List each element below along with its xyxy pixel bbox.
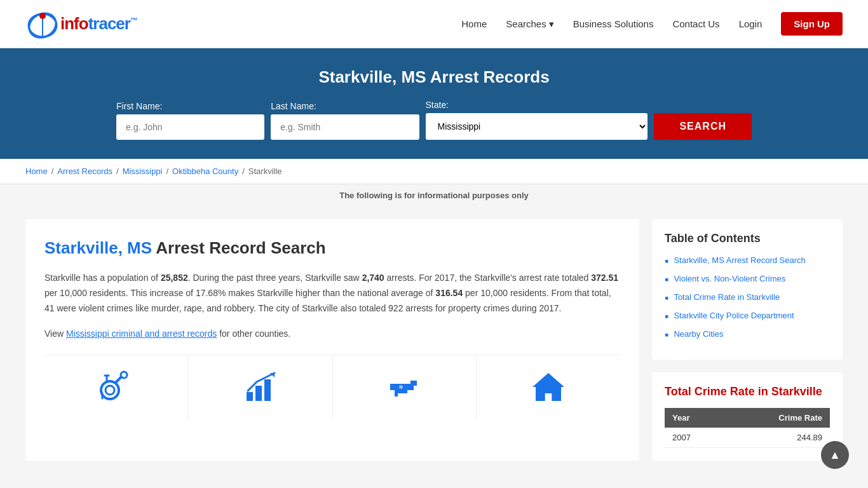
toc-link-3[interactable]: Starkville City Police Department <box>674 310 794 322</box>
chart-icon-cell <box>189 355 333 419</box>
state-label: State: <box>426 100 648 110</box>
search-button[interactable]: SEARCH <box>654 113 752 140</box>
last-name-input[interactable] <box>271 114 419 140</box>
house-icon <box>529 368 567 406</box>
svg-point-4 <box>101 381 119 399</box>
toc-bullet-1: ▪ <box>665 274 668 285</box>
hero-section: Starkville, MS Arrest Records First Name… <box>0 48 868 159</box>
first-name-input[interactable] <box>116 114 264 140</box>
svg-point-5 <box>105 386 114 395</box>
nav-contact-us[interactable]: Contact Us <box>672 18 719 29</box>
body-part4: per 10,000 residents. This increase of 1… <box>44 288 435 298</box>
nav-home[interactable]: Home <box>461 18 487 29</box>
icons-row <box>44 355 620 419</box>
table-row: 2007 244.89 <box>665 428 830 448</box>
svg-rect-11 <box>247 392 253 401</box>
nav-searches[interactable]: Searches ▾ <box>506 18 553 30</box>
toc-link-1[interactable]: Violent vs. Non-Violent Crimes <box>674 273 785 285</box>
house-icon-cell <box>477 355 620 419</box>
toc-item-4: ▪ Nearby Cities <box>665 329 830 341</box>
view-text1: View <box>44 329 66 339</box>
hero-title: Starkville, MS Arrest Records <box>25 67 843 87</box>
breadcrumb-sep3: / <box>166 166 168 176</box>
logo[interactable]: infotracer™ <box>25 6 137 41</box>
site-header: infotracer™ Home Searches ▾ Business Sol… <box>0 0 868 48</box>
disclaimer-bar: The following is for informational purpo… <box>0 184 868 207</box>
svg-point-15 <box>399 385 403 389</box>
col-rate: Crime Rate <box>725 408 830 428</box>
toc-link-0[interactable]: Starkville, MS Arrest Record Search <box>674 255 805 266</box>
col-year: Year <box>665 408 725 428</box>
gun-icon-cell <box>333 355 477 419</box>
search-form: First Name: Last Name: State: Mississipp… <box>116 100 752 140</box>
breadcrumb-sep2: / <box>116 166 119 176</box>
body-part1: Starkville has a population of <box>44 273 161 283</box>
nav-login[interactable]: Login <box>739 18 763 29</box>
crime-rate-table: Year Crime Rate 2007 244.89 <box>665 408 830 448</box>
toc-bullet-3: ▪ <box>665 311 668 322</box>
svg-point-7 <box>121 372 127 378</box>
content-left: Starkville, MS Arrest Record Search Star… <box>25 219 639 461</box>
rate-2007: 244.89 <box>725 428 830 448</box>
toc-link-4[interactable]: Nearby Cities <box>674 329 723 340</box>
svg-rect-12 <box>255 386 262 401</box>
logo-icon <box>25 6 60 41</box>
breadcrumb-arrest-records[interactable]: Arrest Records <box>57 166 112 176</box>
toc-bullet-2: ▪ <box>665 292 668 304</box>
state-group: State: Mississippi Alabama Alaska Arizon… <box>426 100 648 140</box>
population: 25,852 <box>161 273 188 283</box>
crime-rate-title: Total Crime Rate in Starkville <box>665 385 830 398</box>
breadcrumb-starkville: Starkville <box>248 166 282 176</box>
arrests: 2,740 <box>362 273 384 283</box>
breadcrumb-sep1: / <box>51 166 54 176</box>
toc-item-3: ▪ Starkville City Police Department <box>665 310 830 322</box>
view-records: View Mississippi criminal and arrest rec… <box>44 329 620 339</box>
chevron-down-icon: ▾ <box>549 18 554 30</box>
breadcrumb-oktibbeha[interactable]: Oktibbeha County <box>172 166 238 176</box>
toc-link-2[interactable]: Total Crime Rate in Starkville <box>674 292 780 303</box>
svg-rect-17 <box>545 393 552 401</box>
article-title: Starkville, MS Arrest Record Search <box>44 238 620 258</box>
last-name-group: Last Name: <box>271 101 419 140</box>
breadcrumb-home[interactable]: Home <box>25 166 48 176</box>
last-name-label: Last Name: <box>271 101 419 111</box>
toc-title: Table of Contents <box>665 232 830 245</box>
nav-signup[interactable]: Sign Up <box>781 12 843 36</box>
nav-business-solutions[interactable]: Business Solutions <box>573 18 654 29</box>
main-nav: Home Searches ▾ Business Solutions Conta… <box>461 12 843 36</box>
logo-tm: ™ <box>130 16 137 25</box>
breadcrumb: Home / Arrest Records / Mississippi / Ok… <box>0 159 868 184</box>
handcuffs-icon <box>97 368 135 406</box>
scroll-to-top-button[interactable]: ▲ <box>821 441 849 469</box>
main-content: Starkville, MS Arrest Record Search Star… <box>0 207 868 473</box>
logo-tracer-text: tracer <box>88 14 130 33</box>
view-text2: for other counties. <box>217 329 290 339</box>
svg-rect-13 <box>264 379 271 401</box>
toc-items: ▪ Starkville, MS Arrest Record Search ▪ … <box>665 255 830 341</box>
toc-item-2: ▪ Total Crime Rate in Starkville <box>665 292 830 304</box>
breadcrumb-mississippi[interactable]: Mississippi <box>123 166 163 176</box>
article-title-rest: Arrest Record Search <box>152 238 326 257</box>
body-part3: arrests. For 2017, the Starkville's arre… <box>384 273 592 283</box>
chart-up-icon <box>241 368 280 406</box>
article-body: Starkville has a population of 25,852. D… <box>44 271 620 316</box>
toc-bullet-4: ▪ <box>665 329 668 341</box>
toc-bullet-0: ▪ <box>665 255 668 267</box>
arrest-rate: 372.51 <box>591 273 618 283</box>
ms-criminal-link[interactable]: Mississippi criminal and arrest records <box>66 329 217 339</box>
gun-icon <box>385 368 423 406</box>
crime-rate-box: Total Crime Rate in Starkville Year Crim… <box>652 372 843 461</box>
body-part2: . During the past three years, Starkvill… <box>188 273 362 283</box>
disclaimer-text: The following is for informational purpo… <box>339 191 529 200</box>
handcuffs-icon-cell <box>44 355 189 419</box>
svg-point-2 <box>39 13 46 19</box>
year-2007: 2007 <box>665 428 725 448</box>
breadcrumb-sep4: / <box>242 166 245 176</box>
logo-info-text: info <box>60 14 88 33</box>
toc-item-1: ▪ Violent vs. Non-Violent Crimes <box>665 273 830 285</box>
toc-item-0: ▪ Starkville, MS Arrest Record Search <box>665 255 830 267</box>
toc-box: Table of Contents ▪ Starkville, MS Arres… <box>652 219 843 360</box>
state-select[interactable]: Mississippi Alabama Alaska Arizona Arkan… <box>426 113 648 140</box>
article-title-city: Starkville, MS <box>44 238 152 257</box>
national-avg: 316.54 <box>435 288 463 298</box>
